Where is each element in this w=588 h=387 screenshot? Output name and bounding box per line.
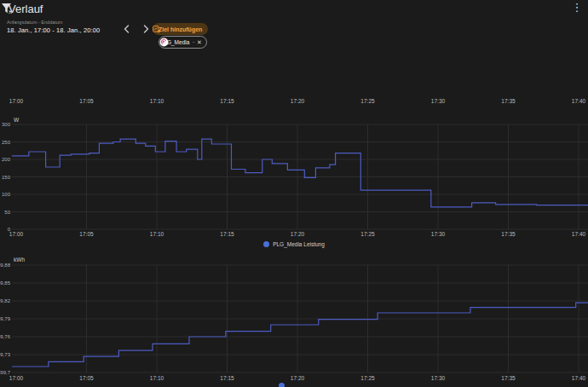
y-tick-label: 599,79 (0, 316, 11, 321)
x-tick-label: 17:05 (79, 231, 94, 237)
kebab-menu-icon[interactable]: ⋮ (571, 1, 583, 14)
y-tick-label: 599,85 (0, 280, 11, 286)
date-range-field[interactable]: Anfangsdatum - Enddatum 18. Jan., 17:00 … (7, 20, 118, 34)
series-step-line (12, 139, 588, 207)
timeline-tick-label: 17:25 (360, 98, 374, 104)
timeline-tick-label: 17:10 (150, 98, 164, 104)
y-tick-label: 300 (2, 122, 11, 127)
date-range-label: Anfangsdatum - Enddatum (7, 20, 118, 25)
legend-label: PLG_Media Leistung (273, 241, 325, 247)
x-tick-label: 17:40 (572, 375, 586, 381)
chevron-left-icon[interactable] (121, 23, 133, 35)
x-tick-label: 17:10 (150, 375, 164, 381)
page-title: Verlauf (9, 3, 43, 15)
y-tick-label: 150 (2, 175, 11, 180)
y-tick-label: 599,88 (0, 263, 11, 268)
x-tick-label: 17:05 (79, 375, 94, 381)
y-axis-unit-label: W (14, 117, 20, 123)
y-tick-label: 50 (4, 210, 10, 215)
entity-chip[interactable]: PLG_Media ·· ✕ (159, 36, 207, 49)
add-target-button[interactable]: Ziel hinzufügen (153, 23, 208, 35)
y-tick-label: 599,82 (0, 298, 11, 303)
x-tick-label: 17:40 (572, 231, 586, 237)
x-tick-label: 17:30 (431, 231, 446, 237)
x-tick-label: 17:20 (291, 375, 305, 381)
remove-x (9, 11, 12, 14)
x-tick-label: 17:00 (9, 231, 24, 237)
chevron-right-icon[interactable] (140, 23, 152, 35)
x-tick-label: 17:25 (360, 375, 375, 381)
x-tick-label: 17:10 (150, 231, 164, 237)
add-target-label: Ziel hinzufügen (159, 26, 202, 32)
timeline-axis: 17:0017:0517:1017:1517:2017:2517:3017:35… (0, 98, 588, 108)
y-tick-label: 599,76 (0, 334, 11, 339)
y-axis-unit-label: kWh (14, 257, 25, 263)
energy-chart[interactable]: kWh599,88599,85599,82599,79599,76599,735… (0, 254, 588, 387)
chart-box-plus-icon (153, 26, 160, 33)
timeline-tick-label: 17:00 (9, 98, 23, 104)
x-tick-label: 17:20 (291, 231, 305, 237)
media-entity-icon (159, 38, 169, 47)
timeline-tick-label: 17:15 (220, 98, 233, 104)
y-tick-label: 200 (2, 157, 11, 162)
x-tick-label: 17:25 (360, 231, 375, 237)
filter-remove-icon[interactable] (0, 2, 14, 15)
y-tick-label: 100 (2, 192, 11, 197)
timeline-tick-label: 17:30 (431, 98, 445, 104)
timeline-tick-label: 17:20 (291, 98, 304, 104)
timeline-tick-label: 17:40 (572, 98, 585, 104)
x-tick-label: 17:15 (220, 375, 234, 381)
x-tick-label: 17:15 (220, 231, 234, 237)
x-tick-label: 17:30 (431, 375, 446, 381)
close-icon[interactable]: ✕ (197, 39, 202, 46)
y-tick-label: 250 (2, 140, 11, 145)
energy-legend-dot-icon[interactable] (279, 383, 285, 387)
power-legend[interactable]: PLG_Media Leistung (0, 241, 588, 247)
legend-dot-icon (263, 241, 269, 247)
x-tick-label: 17:35 (501, 231, 516, 237)
y-tick-label: 599,73 (0, 352, 11, 357)
date-range-value: 18. Jan., 17:00 - 18. Jan., 20:00 (7, 26, 118, 34)
series-step-line (12, 303, 588, 367)
timeline-tick-label: 17:35 (501, 98, 515, 104)
power-chart[interactable]: W30025020015010050017:0017:0517:1017:151… (0, 114, 588, 240)
entity-chip-more-dots: ·· (192, 39, 194, 45)
x-tick-label: 17:00 (9, 375, 24, 381)
x-tick-label: 17:35 (501, 375, 516, 381)
timeline-tick-label: 17:05 (79, 98, 93, 104)
